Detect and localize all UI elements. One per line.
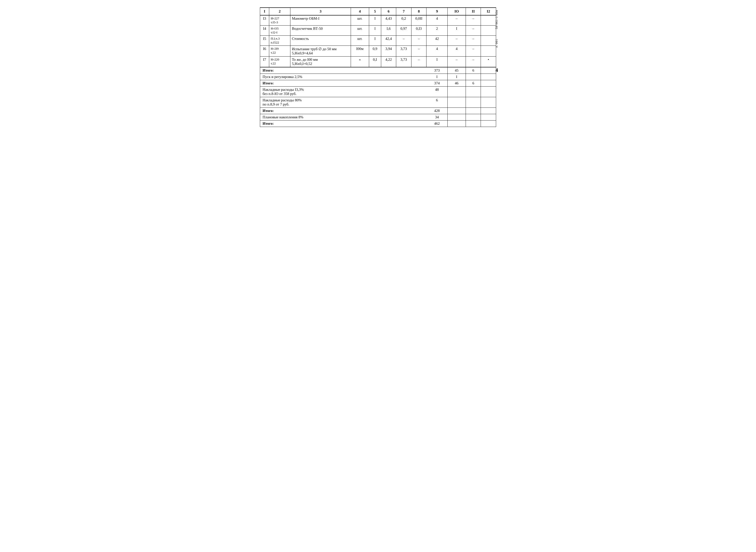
summary-col9: 34: [426, 114, 448, 121]
summary-col9: 48: [426, 87, 448, 97]
row-col5: 0,9: [369, 46, 381, 56]
summary-label: Накладные расходы 80% по п.8,9 от 7 руб.: [260, 97, 351, 108]
row-col9: 4: [426, 46, 448, 56]
row-col8: –: [411, 56, 426, 67]
row-col9: 4: [426, 15, 448, 26]
row-description: Водосчетчик ВТ-50: [290, 26, 351, 36]
row-col6: 42,4: [381, 36, 396, 46]
row-col6: I,6: [381, 26, 396, 36]
summary-col12: [481, 87, 496, 97]
summary-col10: I: [448, 74, 466, 80]
row-id: I3: [260, 15, 269, 26]
row-description: То же, до I00 мм 5,I6х0,I=0,52: [290, 56, 351, 67]
row-col5: I: [369, 26, 381, 36]
table-row: I5 П.I,ч.3 п.I522 Стоимость шт. I 42,4 –…: [260, 36, 496, 46]
row-col8: –: [411, 46, 426, 56]
row-description: Испытание труб ∅ до 50 мм 5,I6х0,9=4,64: [290, 46, 351, 56]
col-header-1: I: [260, 8, 269, 15]
summary-col12: [481, 108, 496, 114]
summary-row: Итого: 374 46 6: [260, 80, 496, 87]
row-col12: [481, 15, 496, 26]
summary-row: Итого: 373 45 6: [260, 67, 496, 74]
row-col7: –: [396, 36, 411, 46]
row-col8: –: [411, 36, 426, 46]
row-col6: 3,94: [381, 46, 396, 56]
row-col5: 0,I: [369, 56, 381, 67]
summary-col11: 6: [466, 80, 481, 87]
row-col8: 0,I3: [411, 26, 426, 36]
row-col6: 4,22: [381, 56, 396, 67]
main-table: I 2 3 4 5 6 7 8 9 IO II I2 I3 I8-227 т.I…: [260, 7, 496, 127]
row-col9: 2: [426, 26, 448, 36]
summary-col11: [466, 74, 481, 80]
row-description: Стоимость: [290, 36, 351, 46]
row-col12: [481, 36, 496, 46]
summary-col11: [466, 97, 481, 108]
summary-col9: I: [426, 74, 448, 80]
summary-col11: 6: [466, 67, 481, 74]
summary-col9: 428: [426, 108, 448, 114]
summary-col10: 46: [448, 80, 466, 87]
row-id: I6: [260, 46, 269, 56]
row-col11: –: [466, 36, 481, 46]
row-col10: –: [448, 15, 466, 26]
summary-row: Накладные расходы I3,3% без п.8-IO от 35…: [260, 87, 496, 97]
summary-col10: [448, 87, 466, 97]
row-col11: –: [466, 15, 481, 26]
row-col12: [481, 46, 496, 56]
row-col7: 0,2: [396, 15, 411, 26]
row-col5: I: [369, 15, 381, 26]
summary-label: Итого:: [260, 80, 351, 87]
row-col11: –: [466, 46, 481, 56]
row-unit: шт.: [351, 36, 369, 46]
col-header-6: 6: [381, 8, 396, 15]
table-row: I3 I8-227 т.I5-3 Манометр ОБМ-I шт. I 4,…: [260, 15, 496, 26]
summary-col10: [448, 97, 466, 108]
summary-col11: [466, 121, 481, 127]
summary-col11: [466, 114, 481, 121]
summary-col10: 45: [448, 67, 466, 74]
row-code: I6-220 т.22: [269, 56, 290, 67]
col-header-3: 3: [290, 8, 351, 15]
row-unit: шт.: [351, 26, 369, 36]
summary-label: Итого:: [260, 108, 351, 114]
col-header-12: I2: [481, 8, 496, 15]
summary-row: Пуск и регулировка 2,5% I I: [260, 74, 496, 80]
summary-row: Плановые накопления 8% 34: [260, 114, 496, 121]
table-row: I7 I6-220 т.22 То же, до I00 мм 5,I6х0,I…: [260, 56, 496, 67]
page-wrapper: 58-961-1-40н л. 001 4 I 2 3 4 5 6 7 8 9 …: [260, 7, 496, 127]
row-col7: 3,73: [396, 46, 411, 56]
row-code: I8-227 т.I5-3: [269, 15, 290, 26]
row-unit: шт.: [351, 15, 369, 26]
row-col7: 3,73: [396, 56, 411, 67]
summary-col9: 6: [426, 97, 448, 108]
summary-col9: 374: [426, 80, 448, 87]
summary-label: Пуск и регулировка 2,5%: [260, 74, 351, 80]
summary-label: Плановые накопления 8%: [260, 114, 351, 121]
summary-row: Итого: 462: [260, 121, 496, 127]
row-col9: 42: [426, 36, 448, 46]
page-number: 4: [496, 67, 498, 73]
col-header-9: 9: [426, 8, 448, 15]
row-col9: I: [426, 56, 448, 67]
row-col10: –: [448, 56, 466, 67]
side-label-1: 58-961-1-40н: [495, 10, 499, 29]
row-id: I7: [260, 56, 269, 67]
row-col10: 4: [448, 46, 466, 56]
summary-col12: [481, 114, 496, 121]
summary-col10: [448, 114, 466, 121]
col-header-7: 7: [396, 8, 411, 15]
summary-col12: [481, 80, 496, 87]
row-col11: –: [466, 56, 481, 67]
summary-col9: 462: [426, 121, 448, 127]
summary-col11: [466, 108, 481, 114]
row-col10: –: [448, 36, 466, 46]
row-col5: I: [369, 36, 381, 46]
row-code: I6-I35 т.I2-I: [269, 26, 290, 36]
summary-row: Итого: 428: [260, 108, 496, 114]
summary-col10: [448, 108, 466, 114]
table-row: I6 I6-2I9 т.22 Испытание труб ∅ до 50 мм…: [260, 46, 496, 56]
row-id: I5: [260, 36, 269, 46]
summary-col12: [481, 97, 496, 108]
col-header-10: IO: [448, 8, 466, 15]
